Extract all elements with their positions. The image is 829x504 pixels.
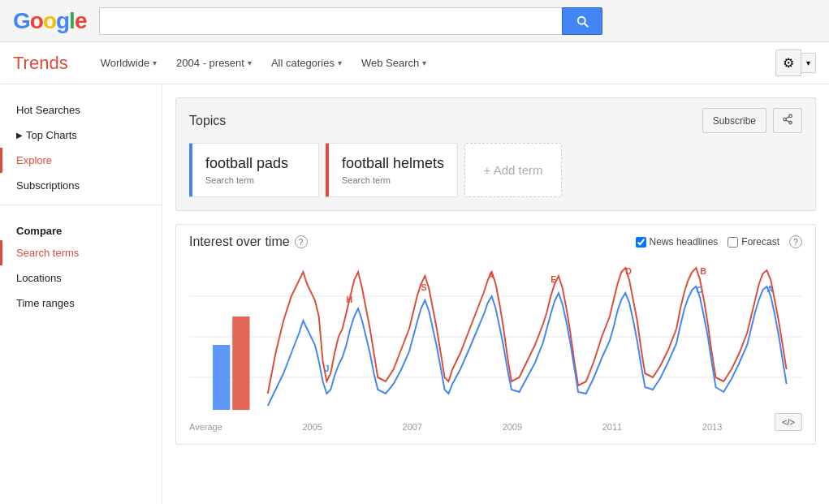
search-icon xyxy=(575,14,589,28)
settings-button[interactable]: ⚙ xyxy=(775,50,801,76)
interest-header: Interest over time ? News headlines Fore… xyxy=(189,235,802,249)
add-term-card[interactable]: + Add term xyxy=(464,143,562,197)
terms-row: football pads Search term football helme… xyxy=(189,143,802,197)
forecast-help-icon[interactable]: ? xyxy=(789,235,802,248)
svg-text:H: H xyxy=(347,295,353,304)
svg-point-0 xyxy=(789,114,792,118)
svg-line-4 xyxy=(786,117,789,118)
term-card-2[interactable]: football helmets Search term xyxy=(326,143,458,197)
svg-point-1 xyxy=(784,118,787,121)
filter-search-type[interactable]: Web Search ▾ xyxy=(353,52,434,74)
sidebar-item-locations[interactable]: Locations xyxy=(0,265,162,291)
forecast-checkbox-label[interactable]: Forecast xyxy=(728,236,779,248)
svg-line-3 xyxy=(786,120,789,122)
search-bar xyxy=(99,7,602,35)
avg-bar-blue xyxy=(213,345,230,410)
subheader: Trends Worldwide ▾ 2004 - present ▾ All … xyxy=(0,42,829,84)
main-layout: Hot Searches ▶ Top Charts Explore Subscr… xyxy=(0,84,829,504)
chevron-down-icon: ▾ xyxy=(338,58,342,67)
news-headlines-checkbox-label[interactable]: News headlines xyxy=(636,236,719,248)
term-type-1: Search term xyxy=(205,175,305,185)
x-label-2007: 2007 xyxy=(403,422,422,432)
forecast-label: Forecast xyxy=(741,236,779,248)
topics-section: Topics Subscribe football pads Search te… xyxy=(175,97,816,211)
sidebar-divider xyxy=(0,205,162,205)
filter-worldwide[interactable]: Worldwide ▾ xyxy=(93,52,165,74)
sidebar-item-time-ranges[interactable]: Time ranges xyxy=(0,291,162,316)
svg-text:C: C xyxy=(696,285,702,295)
interest-title: Interest over time xyxy=(189,235,290,249)
x-label-avg: Average xyxy=(189,422,222,432)
filter-categories[interactable]: All categories ▾ xyxy=(263,52,350,74)
chevron-down-icon: ▾ xyxy=(422,58,426,67)
interest-section: Interest over time ? News headlines Fore… xyxy=(175,224,816,445)
forecast-checkbox[interactable] xyxy=(728,237,738,248)
search-input[interactable] xyxy=(99,7,562,35)
chevron-down-icon: ▾ xyxy=(248,58,252,67)
chart-area: H S A E D B J C A Average 2005 2007 2009 xyxy=(189,256,802,434)
x-label-2009: 2009 xyxy=(503,422,522,432)
svg-text:B: B xyxy=(700,266,706,276)
header: Google xyxy=(0,0,829,42)
sidebar-item-search-terms[interactable]: Search terms xyxy=(0,240,162,265)
topics-title: Topics xyxy=(189,114,226,128)
svg-text:A: A xyxy=(488,270,494,280)
share-button[interactable] xyxy=(773,108,802,133)
term-type-2: Search term xyxy=(342,175,444,185)
svg-text:D: D xyxy=(625,266,632,276)
chevron-down-icon: ▾ xyxy=(153,58,157,67)
settings-dropdown-button[interactable]: ▾ xyxy=(801,53,816,73)
term-card-1[interactable]: football pads Search term xyxy=(189,143,319,197)
x-label-2005: 2005 xyxy=(302,422,322,432)
sidebar-item-hot-searches[interactable]: Hot Searches xyxy=(0,97,162,123)
topics-header: Topics Subscribe xyxy=(189,108,802,133)
news-headlines-label: News headlines xyxy=(650,236,719,248)
red-line xyxy=(268,268,787,394)
term-name-1: football pads xyxy=(205,155,305,172)
subscribe-button[interactable]: Subscribe xyxy=(702,108,766,133)
compare-section-title: Compare xyxy=(0,212,162,240)
x-label-2011: 2011 xyxy=(602,422,622,432)
interest-title-group: Interest over time ? xyxy=(189,235,308,249)
news-headlines-checkbox[interactable] xyxy=(636,237,646,248)
sidebar-item-explore[interactable]: Explore xyxy=(0,148,162,173)
interest-controls: News headlines Forecast ? xyxy=(636,235,802,248)
svg-text:E: E xyxy=(551,274,556,284)
svg-text:J: J xyxy=(324,364,329,373)
search-button[interactable] xyxy=(562,7,602,35)
interest-chart: H S A E D B J C A xyxy=(189,256,802,418)
sidebar: Hot Searches ▶ Top Charts Explore Subscr… xyxy=(0,84,162,504)
sidebar-item-subscriptions[interactable]: Subscriptions xyxy=(0,173,162,198)
svg-point-2 xyxy=(789,121,792,124)
sidebar-item-top-charts[interactable]: ▶ Top Charts xyxy=(0,123,162,148)
avg-bar-red xyxy=(232,317,249,410)
x-axis-labels: Average 2005 2007 2009 2011 2013 xyxy=(189,420,802,432)
google-logo: Google xyxy=(13,8,86,34)
embed-button[interactable]: </> xyxy=(775,413,802,431)
trends-brand: Trends xyxy=(13,53,68,74)
share-icon xyxy=(782,114,793,125)
x-label-2013: 2013 xyxy=(702,422,722,432)
svg-text:S: S xyxy=(421,282,427,292)
arrow-icon: ▶ xyxy=(16,131,23,140)
content-area: Topics Subscribe football pads Search te… xyxy=(162,84,829,504)
blue-line xyxy=(268,286,787,406)
interest-help-icon[interactable]: ? xyxy=(295,235,308,248)
svg-text:A: A xyxy=(766,284,773,294)
filter-time[interactable]: 2004 - present ▾ xyxy=(168,52,260,74)
topics-actions: Subscribe xyxy=(702,108,802,133)
term-name-2: football helmets xyxy=(342,155,444,172)
